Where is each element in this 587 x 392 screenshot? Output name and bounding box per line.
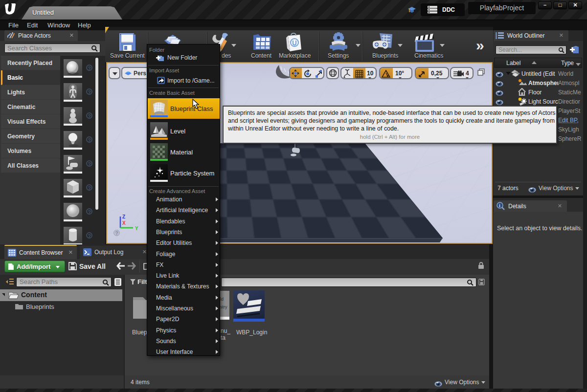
svg-text:Y: Y (135, 226, 138, 231)
svg-text:i: i (499, 203, 500, 208)
svg-text:Z: Z (122, 214, 125, 219)
svg-text:X: X (122, 220, 126, 226)
